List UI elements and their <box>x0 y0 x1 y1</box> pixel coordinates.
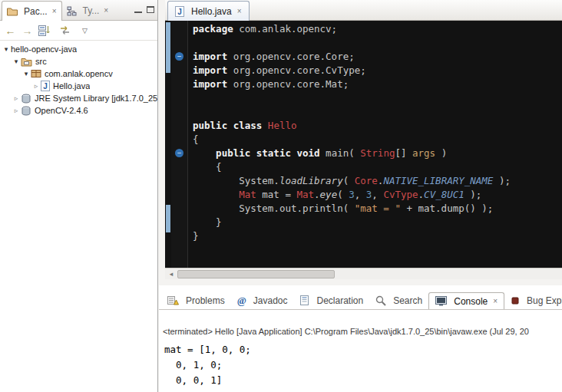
collapse-arrow-icon[interactable]: ▾ <box>12 58 21 65</box>
code-token: } <box>193 230 199 242</box>
code-token: 3 <box>349 189 355 200</box>
code-lines[interactable]: package com.anlak.opencv;import org.open… <box>188 21 511 268</box>
range-indicator <box>166 22 170 73</box>
code-line[interactable]: import org.opencv.core.CvType; <box>193 64 511 77</box>
problems-icon <box>167 295 179 305</box>
java-file-icon: J <box>41 81 50 91</box>
tree-item-label: JRE System Library [jdk1.7.0_25] <box>35 94 157 103</box>
console-header: <terminated> Hello [Java Application] C:… <box>163 327 562 336</box>
tab-search[interactable]: Search <box>369 292 428 309</box>
fold-collapse-icon[interactable]: − <box>175 52 183 61</box>
tree-item-jre-system-library-jdk1-7-0-25[interactable]: ▹JRE System Library [jdk1.7.0_25] <box>0 92 157 104</box>
code-token: Hello <box>268 120 297 131</box>
code-line[interactable]: package com.anlak.opencv; <box>193 22 511 36</box>
code-token: ) <box>435 147 447 159</box>
code-line[interactable] <box>193 91 511 105</box>
code-line[interactable] <box>193 105 511 119</box>
code-line[interactable]: public static void main( String[] args ) <box>193 147 511 160</box>
code-line[interactable]: System.out.println( "mat = " + mat.dump(… <box>193 202 511 216</box>
tab-package-explorer[interactable]: Pac... × <box>2 1 62 21</box>
expand-arrow-icon[interactable]: ▹ <box>31 82 41 90</box>
code-token <box>227 120 233 131</box>
fold-ruler[interactable]: −− <box>171 21 188 268</box>
code-line[interactable]: System.loadLibrary( Core.NATIVE_LIBRARY_… <box>193 174 511 188</box>
tab-label: Problems <box>186 295 225 306</box>
code-line[interactable]: { <box>193 133 511 147</box>
code-line[interactable] <box>193 36 511 50</box>
back-button[interactable]: ← <box>5 24 16 38</box>
tab-type-hierarchy[interactable]: Ty... × <box>62 2 114 20</box>
console-output[interactable]: mat = [1, 0, 0; 0, 1, 0; 0, 0, 1] <box>164 342 251 388</box>
code-token: } <box>193 216 222 228</box>
svg-text:J: J <box>177 7 182 15</box>
close-icon[interactable]: × <box>493 298 498 305</box>
tree-item-com-anlak-opencv[interactable]: ▾com.anlak.opencv <box>0 68 157 80</box>
code-editor[interactable]: −− package com.anlak.opencv;import org.o… <box>165 21 562 268</box>
code-token: [] <box>395 147 412 159</box>
code-token: main( <box>320 147 361 159</box>
collapse-arrow-icon[interactable]: ▾ <box>21 70 31 77</box>
link-with-editor-button[interactable] <box>59 24 71 38</box>
code-token: static <box>256 147 291 159</box>
forward-button[interactable]: → <box>21 24 33 38</box>
bug-icon <box>511 296 520 305</box>
tree-item-src[interactable]: ▾src <box>0 55 157 68</box>
close-icon[interactable]: × <box>104 7 108 15</box>
editor-horizontal-scrollbar[interactable]: ◂ <box>165 268 562 279</box>
tree-item-label: Hello.java <box>53 81 90 91</box>
annotation-ruler[interactable] <box>165 21 171 268</box>
tab-label: Console <box>454 296 488 307</box>
tree-item-hello-java[interactable]: ▹JHello.java <box>0 80 157 92</box>
expand-arrow-icon[interactable]: ▹ <box>12 107 21 114</box>
code-token: public <box>193 120 227 131</box>
code-line[interactable]: public class Hello <box>193 119 511 133</box>
code-token: "mat = " <box>355 203 401 214</box>
view-menu-icon[interactable]: ▽ <box>79 24 91 38</box>
code-token <box>262 120 268 131</box>
tab-declaration[interactable]: Declaration <box>293 292 369 309</box>
code-token: void <box>296 147 319 159</box>
code-token: Mat <box>239 189 256 200</box>
tree-item-opencv-2-4-6[interactable]: ▹OpenCV-2.4.6 <box>0 104 157 117</box>
eclipse-window: Pac... × Ty... × ← → ▽ ▾hello-opencv-jav… <box>0 0 562 392</box>
code-token <box>193 189 239 200</box>
collapse-all-button[interactable] <box>38 24 51 38</box>
close-icon[interactable]: × <box>52 8 57 15</box>
package-explorer-tree: ▾hello-opencv-java▾src▾com.anlak.opencv▹… <box>0 41 157 117</box>
collapse-arrow-icon[interactable]: ▾ <box>2 45 11 53</box>
tree-item-label: OpenCV-2.4.6 <box>35 106 88 115</box>
tree-item-hello-opencv-java[interactable]: ▾hello-opencv-java <box>0 43 157 55</box>
code-line[interactable]: } <box>193 216 511 229</box>
minimize-icon[interactable] <box>134 6 142 13</box>
code-token: { <box>193 133 199 145</box>
fold-collapse-icon[interactable]: − <box>175 149 183 157</box>
code-line[interactable]: import org.opencv.core.Core; <box>193 50 511 64</box>
editor-tabbar: J Hello.java × <box>165 0 562 21</box>
close-icon[interactable]: × <box>237 8 242 15</box>
code-line[interactable]: import org.opencv.core.Mat; <box>193 77 511 91</box>
code-token <box>250 147 256 159</box>
code-token: . <box>418 189 425 200</box>
code-token: import <box>193 78 227 90</box>
code-line[interactable]: Mat mat = Mat.eye( 3, 3, CvType.CV_8UC1 … <box>193 188 511 202</box>
code-token: CV_8UC1 <box>424 189 464 200</box>
editor-tab-hello-java[interactable]: J Hello.java × <box>167 1 250 21</box>
scroll-left-icon[interactable]: ◂ <box>165 270 177 278</box>
declaration-icon <box>299 295 309 305</box>
scrollbar-thumb[interactable] <box>177 270 335 278</box>
code-token: org.opencv.core.Mat; <box>227 78 349 90</box>
tab-bug-explorer[interactable]: Bug Explorer <box>504 292 562 309</box>
code-line[interactable]: { <box>193 160 511 174</box>
code-token: org.opencv.core.Core; <box>227 51 355 62</box>
library-icon <box>21 94 31 104</box>
editor-area: J Hello.java × −− package com.anlak.open… <box>165 0 562 279</box>
sidebar-toolbar: ← → ▽ <box>0 21 157 41</box>
tab-console[interactable]: Console× <box>428 292 504 310</box>
tab-javadoc[interactable]: @Javadoc <box>231 292 294 309</box>
maximize-icon[interactable] <box>147 6 154 13</box>
tab-problems[interactable]: Problems <box>161 292 231 309</box>
code-token: System. <box>193 175 279 186</box>
code-line[interactable]: } <box>193 229 511 243</box>
expand-arrow-icon[interactable]: ▹ <box>12 94 21 102</box>
tab-label: Search <box>393 295 422 306</box>
